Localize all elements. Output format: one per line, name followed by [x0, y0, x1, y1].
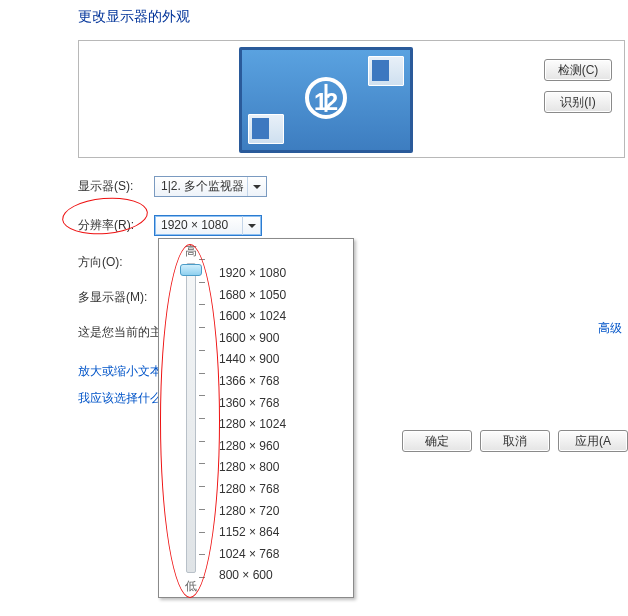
- resolution-slider-popup[interactable]: 高 低 1920 × 10801680 × 10501600 × 1024160…: [158, 238, 354, 598]
- monitor-arrangement-area[interactable]: 1 2 检测(C) 识别(I): [78, 40, 625, 158]
- monitor-preview[interactable]: 1 2: [239, 47, 413, 153]
- which-resolution-link[interactable]: 我应该选择什么: [78, 391, 162, 405]
- resolution-option[interactable]: 1600 × 900: [219, 328, 345, 350]
- resolution-option[interactable]: 1366 × 768: [219, 371, 345, 393]
- resolution-option[interactable]: 1440 × 900: [219, 349, 345, 371]
- resolution-dropdown-value: 1920 × 1080: [161, 218, 228, 232]
- resolution-option[interactable]: 1024 × 768: [219, 544, 345, 566]
- resolution-option[interactable]: 1680 × 1050: [219, 285, 345, 307]
- resolution-option[interactable]: 1600 × 1024: [219, 306, 345, 328]
- resolution-option[interactable]: 1360 × 768: [219, 393, 345, 415]
- cancel-button[interactable]: 取消: [480, 430, 550, 452]
- display-dropdown[interactable]: 1|2. 多个监视器: [154, 176, 267, 197]
- chevron-down-icon: [247, 177, 266, 196]
- resolution-dropdown[interactable]: 1920 × 1080: [154, 215, 262, 236]
- resolution-option[interactable]: 1280 × 768: [219, 479, 345, 501]
- monitor-number-2: 2: [325, 81, 338, 123]
- resolution-option[interactable]: 1152 × 864: [219, 522, 345, 544]
- slider-high-label: 高: [185, 243, 197, 260]
- resolution-option[interactable]: 1920 × 1080: [219, 263, 345, 285]
- multi-monitor-label: 多显示器(M):: [78, 289, 154, 306]
- resolution-slider-thumb[interactable]: [180, 264, 202, 276]
- resolution-option[interactable]: 1280 × 960: [219, 436, 345, 458]
- display-label: 显示器(S):: [78, 178, 154, 195]
- apply-button[interactable]: 应用(A: [558, 430, 628, 452]
- resolution-option[interactable]: 1280 × 1024: [219, 414, 345, 436]
- resolution-option[interactable]: 1280 × 800: [219, 457, 345, 479]
- mini-monitor-icon: [368, 56, 404, 86]
- identify-button[interactable]: 识别(I): [544, 91, 612, 113]
- resolution-slider-track[interactable]: [186, 263, 196, 573]
- resolution-label: 分辨率(R):: [78, 217, 154, 234]
- page-title: 更改显示器的外观: [78, 8, 628, 26]
- monitor-number-badge: 1 2: [305, 77, 347, 119]
- orientation-label: 方向(O):: [78, 254, 154, 271]
- resolution-option[interactable]: 1280 × 720: [219, 501, 345, 523]
- slider-ticks: [199, 259, 207, 577]
- advanced-settings-link[interactable]: 高级: [598, 320, 622, 337]
- slider-low-label: 低: [185, 578, 197, 595]
- display-dropdown-value: 1|2. 多个监视器: [161, 179, 244, 193]
- text-size-link[interactable]: 放大或缩小文本: [78, 364, 162, 378]
- chevron-down-icon: [242, 216, 261, 235]
- ok-button[interactable]: 确定: [402, 430, 472, 452]
- resolution-option-list: 1920 × 10801680 × 10501600 × 10241600 × …: [219, 263, 345, 575]
- resolution-option[interactable]: 800 × 600: [219, 565, 345, 587]
- mini-monitor-icon: [248, 114, 284, 144]
- detect-button[interactable]: 检测(C): [544, 59, 612, 81]
